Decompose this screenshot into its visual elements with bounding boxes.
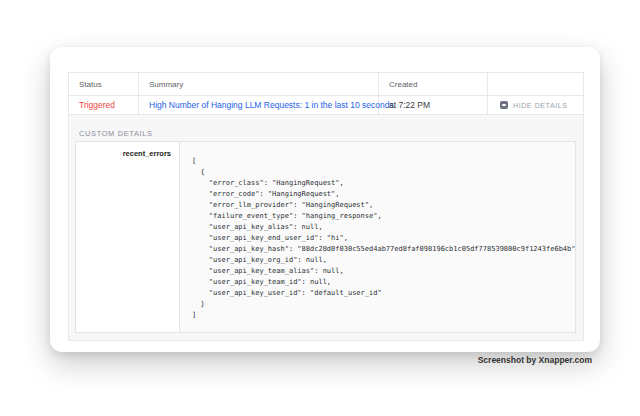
- created-time: at 7:22 PM: [389, 100, 430, 110]
- table-row: Triggered High Number of Hanging LLM Req…: [69, 96, 583, 115]
- details-box: recent_errors [ { "error_class": "Hangin…: [75, 141, 576, 333]
- alerts-panel-card: Status Summary Created Triggered High Nu…: [50, 47, 600, 352]
- column-header-status: Status: [69, 73, 139, 95]
- screenshot-canvas: Status Summary Created Triggered High Nu…: [0, 0, 640, 416]
- status-cell: Triggered: [69, 96, 139, 114]
- table-header-row: Status Summary Created: [69, 73, 583, 96]
- recent-errors-key: recent_errors: [76, 142, 180, 332]
- custom-details-label: CUSTOM DETAILS: [79, 129, 153, 138]
- minus-square-icon: [500, 101, 508, 109]
- hide-details-button[interactable]: HIDE DETAILS: [498, 101, 568, 109]
- watermark-text: Screenshot by Xnapper.com: [478, 355, 592, 365]
- hide-details-label: HIDE DETAILS: [513, 102, 568, 109]
- actions-cell: HIDE DETAILS: [488, 96, 583, 114]
- alerts-table: Status Summary Created Triggered High Nu…: [68, 72, 584, 341]
- recent-errors-json: [ { "error_class": "HangingRequest", "er…: [180, 142, 575, 332]
- column-header-summary: Summary: [139, 73, 379, 95]
- column-header-actions: [488, 73, 583, 95]
- summary-cell: High Number of Hanging LLM Requests: 1 i…: [139, 96, 379, 114]
- column-header-created: Created: [379, 73, 488, 95]
- alert-summary-link[interactable]: High Number of Hanging LLM Requests: 1 i…: [149, 100, 396, 110]
- status-badge: Triggered: [79, 100, 115, 110]
- custom-details-section: CUSTOM DETAILS recent_errors [ { "error_…: [69, 115, 583, 340]
- created-cell: at 7:22 PM: [379, 96, 488, 114]
